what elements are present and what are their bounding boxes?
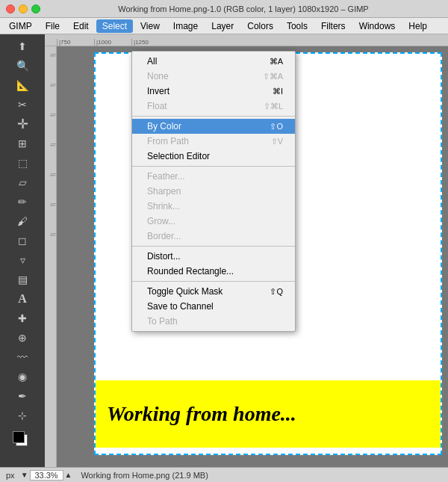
status-bar: px ▼ 33.3% ▲ Working from Home.png (21.9…	[0, 467, 448, 482]
separator-4	[132, 281, 295, 282]
tool-crop[interactable]: ✂	[4, 96, 41, 114]
menu-item-rounded-rectangle[interactable]: Rounded Rectangle...	[132, 264, 295, 279]
tool-align[interactable]: ⊞	[4, 135, 41, 152]
tool-selection[interactable]: ⊹	[4, 407, 41, 424]
menu-layer[interactable]: Layer	[205, 19, 240, 33]
status-px-label: px	[6, 471, 15, 480]
menu-item-from-path[interactable]: From Path ⇧V	[132, 134, 295, 149]
menu-file[interactable]: File	[40, 19, 66, 33]
tool-move[interactable]: ✛	[4, 115, 41, 133]
menu-item-distort[interactable]: Distort...	[132, 249, 295, 264]
traffic-lights	[6, 4, 40, 13]
tool-fg-bg[interactable]	[4, 432, 41, 450]
menu-image[interactable]: Image	[167, 19, 204, 33]
tool-transform[interactable]: ⬚	[4, 154, 41, 172]
tool-gradient[interactable]: ▤	[4, 271, 41, 288]
close-button[interactable]	[6, 4, 15, 13]
canvas-banner: Working from home...	[96, 380, 441, 448]
select-menu: All ⌘A None ⇧⌘A Invert ⌘I Float ⇧⌘L	[131, 51, 296, 332]
menu-item-shrink[interactable]: Shrink...	[132, 199, 295, 214]
menu-item-selection-editor[interactable]: Selection Editor	[132, 149, 295, 164]
menu-item-grow[interactable]: Grow...	[132, 214, 295, 229]
menu-item-sharpen[interactable]: Sharpen	[132, 184, 295, 199]
menu-item-none[interactable]: None ⇧⌘A	[132, 69, 295, 84]
tool-dodge[interactable]: ◉	[4, 368, 41, 386]
tool-text[interactable]: A	[4, 290, 41, 308]
zoom-down-icon[interactable]: ▼	[21, 471, 28, 479]
ruler-top: |750 |1000 |1250	[45, 34, 448, 46]
banner-text: Working from home...	[107, 402, 296, 426]
tool-paths[interactable]: ✒	[4, 387, 41, 405]
menubar: GIMP File Edit Select View Image Layer C…	[0, 18, 448, 34]
menu-help[interactable]: Help	[402, 19, 433, 33]
canvas-area[interactable]: |750 |1000 |1250 | | | | | | |	[45, 34, 448, 467]
menu-item-by-color[interactable]: By Color ⇧O	[132, 119, 295, 134]
maximize-button[interactable]	[31, 4, 40, 13]
menu-item-float[interactable]: Float ⇧⌘L	[132, 99, 295, 114]
menu-windows[interactable]: Windows	[353, 19, 402, 33]
separator-1	[132, 116, 295, 117]
menu-colors[interactable]: Colors	[241, 19, 279, 33]
tool-healing[interactable]: ✚	[4, 309, 41, 327]
separator-3	[132, 246, 295, 247]
menu-view[interactable]: View	[134, 19, 166, 33]
tool-pointer[interactable]: ⬆	[4, 37, 41, 55]
menu-select[interactable]: Select	[96, 19, 133, 33]
separator-2	[132, 166, 295, 167]
ruler-left: | | | | | | |	[45, 46, 57, 467]
menu-item-invert[interactable]: Invert ⌘I	[132, 84, 295, 99]
menu-item-border[interactable]: Border...	[132, 229, 295, 244]
tool-zoom[interactable]: 🔍	[4, 57, 41, 75]
status-filename: Working from Home.png (21.9 MB)	[81, 471, 208, 480]
tool-bucket-fill[interactable]: ▿	[4, 251, 41, 269]
zoom-control[interactable]: ▼ 33.3% ▲	[21, 470, 72, 481]
tool-smudge[interactable]: 〰	[4, 348, 41, 366]
main-layout: ⬆ 🔍 📐 ✂ ✛ ⊞ ⬚ ▱ ✏ 🖌 ◻ ▿ ▤ A ✚ ⊕ 〰 ◉ ✒ ⊹ …	[0, 34, 448, 467]
window-titlebar: Working from Home.png-1.0 (RGB color, 1 …	[0, 0, 448, 18]
menu-item-all[interactable]: All ⌘A	[132, 54, 295, 69]
tool-brush[interactable]: 🖌	[4, 212, 41, 230]
menu-item-to-path[interactable]: To Path	[132, 314, 295, 329]
zoom-value: 33.3%	[30, 470, 63, 481]
tool-pencil[interactable]: ✏	[4, 193, 41, 211]
zoom-up-icon[interactable]: ▲	[65, 471, 72, 479]
tool-eraser[interactable]: ◻	[4, 232, 41, 250]
menu-item-feather[interactable]: Feather...	[132, 169, 295, 184]
minimize-button[interactable]	[19, 4, 28, 13]
tool-clone[interactable]: ⊕	[4, 329, 41, 347]
menu-edit[interactable]: Edit	[67, 19, 95, 33]
tool-measure[interactable]: 📐	[4, 76, 41, 94]
menu-item-save-to-channel[interactable]: Save to Channel	[132, 299, 295, 314]
menu-tools[interactable]: Tools	[281, 19, 314, 33]
menu-gimp[interactable]: GIMP	[3, 19, 38, 33]
tool-perspective[interactable]: ▱	[4, 173, 41, 191]
window-title-text: Working from Home.png-1.0 (RGB color, 1 …	[45, 4, 442, 13]
toolbar: ⬆ 🔍 📐 ✂ ✛ ⊞ ⬚ ▱ ✏ 🖌 ◻ ▿ ▤ A ✚ ⊕ 〰 ◉ ✒ ⊹	[0, 34, 45, 467]
menu-item-toggle-quick-mask[interactable]: Toggle Quick Mask ⇧Q	[132, 284, 295, 299]
menu-filters[interactable]: Filters	[315, 19, 352, 33]
